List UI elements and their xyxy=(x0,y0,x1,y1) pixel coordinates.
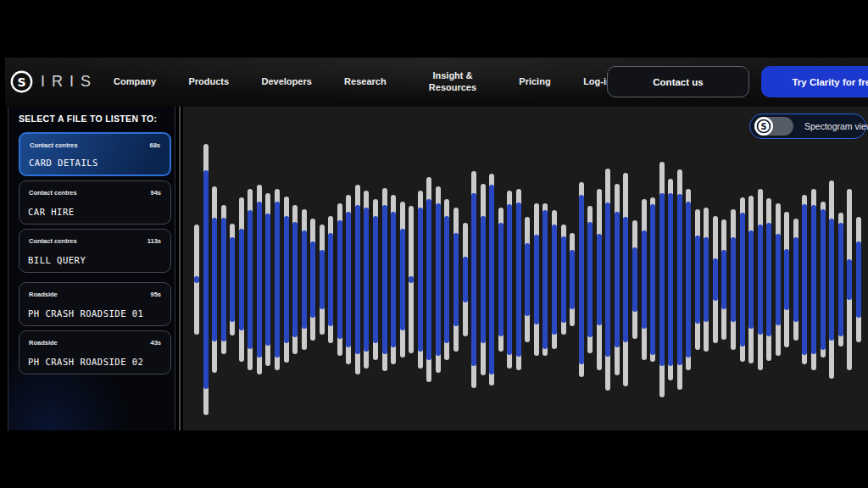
file-category: Contact centres xyxy=(29,189,77,197)
waveform-bar-inner xyxy=(194,276,199,283)
file-duration: 94s xyxy=(150,189,161,197)
waveform-bar-inner xyxy=(713,258,718,301)
file-list: Contact centres68sCARD DETAILSContact ce… xyxy=(19,132,171,374)
waveform-bar-inner xyxy=(257,202,262,358)
file-title: PH CRASH ROADSIDE 02 xyxy=(28,357,143,367)
toggle-knob[interactable]: S xyxy=(754,117,773,136)
waveform-bar-inner xyxy=(221,218,226,341)
file-duration: 113s xyxy=(147,237,161,245)
waveform-bar-inner xyxy=(239,229,244,330)
waveform-bar-inner xyxy=(230,237,235,322)
waveform-bar-inner xyxy=(516,202,521,357)
waveform-bar-inner xyxy=(766,223,771,336)
waveform-bar-inner xyxy=(561,236,566,323)
content-area: SELECT A FILE TO LISTEN TO: Contact cent… xyxy=(5,107,868,430)
contact-us-button[interactable]: Contact us xyxy=(607,66,749,97)
waveform-bar-inner xyxy=(668,193,673,366)
file-duration: 95s xyxy=(150,291,161,298)
waveform-bar-inner xyxy=(364,208,369,352)
file-card[interactable]: Roadside95sPH CRASH ROADSIDE 01 xyxy=(19,282,171,326)
nav-bar: S IRIS CompanyProductsDevelopersResearch… xyxy=(5,58,868,107)
waveform-bar-inner xyxy=(471,193,476,366)
nav-item-research[interactable]: Research xyxy=(344,76,387,88)
nav-item-products[interactable]: Products xyxy=(188,76,229,88)
waveform-bar-inner xyxy=(436,203,441,356)
waveform-bar-inner xyxy=(802,204,807,355)
waveform-bar-inner xyxy=(623,217,628,342)
waveform-bar-inner xyxy=(453,233,459,326)
nav-item-insight-resources[interactable]: Insight & Resources xyxy=(419,70,487,94)
svg-text:S: S xyxy=(760,122,766,131)
waveform-bar-inner xyxy=(525,243,530,316)
waveform-bar-inner xyxy=(821,209,826,350)
nav-item-developers[interactable]: Developers xyxy=(261,76,311,88)
nav-item-pricing[interactable]: Pricing xyxy=(519,76,550,88)
waveform-bar-inner xyxy=(605,202,610,357)
waveform-bar-inner xyxy=(829,219,834,341)
waveform-bar-inner xyxy=(409,276,414,283)
iris-logo-icon: S xyxy=(10,70,33,93)
file-category: Contact centres xyxy=(30,141,78,149)
waveform-bar-inner xyxy=(265,214,270,346)
waveform-bar-inner xyxy=(793,237,798,322)
waveform-bar-inner xyxy=(552,225,557,335)
file-sidebar: SELECT A FILE TO LISTEN TO: Contact cent… xyxy=(8,107,175,430)
toggle-track[interactable]: S xyxy=(754,117,793,136)
waveform-bar-inner xyxy=(463,257,468,302)
file-title: CARD DETAILS xyxy=(29,158,98,168)
waveform-bar-inner xyxy=(597,234,602,325)
file-card[interactable]: Contact centres68sCARD DETAILS xyxy=(19,132,171,176)
waveform-bar-inner xyxy=(275,202,280,358)
waveform-bar-inner xyxy=(337,220,342,339)
spectrogram-toggle[interactable]: S Spectogram view xyxy=(749,114,866,139)
page: S IRIS CompanyProductsDevelopersResearch… xyxy=(5,58,868,430)
nav-item-company[interactable]: Company xyxy=(114,76,156,88)
waveform-bar-inner xyxy=(642,230,647,329)
waveform-bar-inner xyxy=(534,235,539,324)
svg-text:S: S xyxy=(17,75,25,89)
waveform-bar-inner xyxy=(748,230,754,329)
file-card[interactable]: Contact centres94sCAR HIRE xyxy=(19,180,171,225)
file-card[interactable]: Contact centres113sBILL QUERY xyxy=(19,229,171,273)
waveform-bar-inner xyxy=(570,250,575,309)
file-card[interactable]: Roadside43sPH CRASH ROADSIDE 02 xyxy=(19,330,171,374)
file-title: BILL QUERY xyxy=(28,255,86,265)
waveform-bar-inner xyxy=(373,216,378,343)
try-clarity-button[interactable]: Try Clarity for free xyxy=(761,66,868,97)
waveform-bar-inner xyxy=(632,247,637,312)
waveform-bar-inner xyxy=(587,222,593,337)
waveform-bar-inner xyxy=(284,216,289,343)
waveform-bar-inner xyxy=(615,212,620,347)
file-duration: 68s xyxy=(149,141,160,149)
waveform-bar-inner xyxy=(686,202,691,358)
waveform-bar-inner xyxy=(203,170,209,389)
waveform-bar-inner xyxy=(212,218,217,341)
sidebar-divider xyxy=(179,107,181,430)
waveform-bar-inner xyxy=(489,185,494,374)
waveform-bar-inner xyxy=(811,205,816,354)
waveform-bar-inner xyxy=(659,193,665,366)
brand[interactable]: S IRIS xyxy=(10,70,97,93)
waveform-bar-inner xyxy=(838,223,843,336)
waveform-bar-inner xyxy=(507,204,512,355)
waveform-bar-inner xyxy=(426,199,431,360)
waveform-bar-inner xyxy=(856,241,861,318)
waveform-bar-inner xyxy=(355,205,360,354)
waveform-bar-inner xyxy=(721,250,726,309)
waveform-bar-inner xyxy=(444,216,449,343)
waveform-bar-inner xyxy=(302,230,307,329)
waveform-bar-inner xyxy=(400,229,405,330)
waveform-bar-inner xyxy=(481,216,486,343)
player-area: S Spectogram view xyxy=(183,107,868,430)
waveform-bar-inner xyxy=(704,237,709,322)
waveform-bar-inner xyxy=(346,212,351,347)
waveform-bar-inner xyxy=(740,213,745,347)
waveform-bar-inner xyxy=(498,223,504,336)
file-category: Roadside xyxy=(29,291,58,298)
nav-links: CompanyProductsDevelopersResearchInsight… xyxy=(114,58,612,107)
waveform-bar-inner xyxy=(758,225,763,335)
waveform-bar-inner xyxy=(784,249,789,310)
waveform-bar-inner xyxy=(542,210,548,349)
waveform-bar-inner xyxy=(310,241,315,318)
waveform[interactable] xyxy=(183,107,868,430)
